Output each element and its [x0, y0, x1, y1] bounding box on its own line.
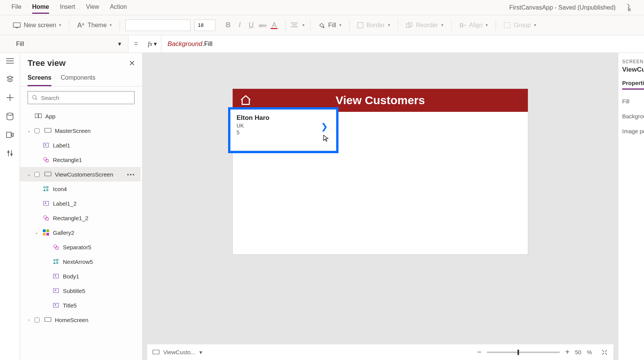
svg-rect-1 — [13, 23, 20, 27]
tree-node-label: Label1 — [53, 142, 70, 149]
menu-item-view[interactable]: View — [86, 1, 99, 14]
italic-button[interactable]: I — [234, 21, 245, 29]
tree-tabs: Screens Components — [20, 71, 142, 87]
theme-button[interactable]: Aᵃ Theme ▾ — [75, 20, 114, 31]
tree-node-nextarrow5[interactable]: NextArrow5 — [20, 254, 141, 269]
bold-button[interactable]: B — [222, 21, 234, 29]
search-input[interactable] — [41, 95, 130, 101]
border-button[interactable]: Border ▾ — [355, 20, 393, 30]
app-checker-icon[interactable] — [619, 3, 632, 12]
search-icon — [32, 95, 38, 101]
tree-node-rectangle1_2[interactable]: Rectangle1_2 — [20, 211, 141, 225]
reorder-button[interactable]: Reorder ▾ — [404, 20, 446, 30]
next-arrow-icon[interactable]: ❯ — [321, 122, 328, 132]
app-screen[interactable]: View Customers Elton Haro UK 5 ❯ — [233, 89, 528, 254]
collapse-icon[interactable]: ⌄ — [26, 172, 31, 177]
fx-button[interactable]: fx ▾ — [144, 35, 161, 52]
group-button[interactable]: Group ▾ — [501, 20, 538, 30]
new-screen-button[interactable]: New screen ▾ — [11, 20, 64, 30]
tree-node-homescreen[interactable]: ›HomeScreen — [20, 313, 141, 327]
font-name-input[interactable] — [125, 20, 191, 31]
tree-node-rectangle1[interactable]: Rectangle1 — [20, 152, 141, 167]
gallery-item-body[interactable]: 5 — [237, 129, 330, 136]
formula-token-property: .Fill — [202, 40, 212, 47]
gallery-template-selection[interactable]: Elton Haro UK 5 ❯ — [228, 107, 338, 153]
tab-components[interactable]: Components — [61, 71, 95, 86]
tree-node-viewcustomersscreen[interactable]: ⌄ViewCustomersScreen••• — [20, 167, 141, 182]
tree-node-body1[interactable]: Body1 — [20, 269, 141, 283]
tab-screens[interactable]: Screens — [28, 71, 51, 86]
iconctl-icon — [52, 259, 60, 265]
tree-node-label: Subtitle5 — [63, 288, 85, 294]
search-box[interactable] — [28, 91, 135, 104]
tools-icon[interactable] — [7, 149, 13, 157]
canvas-stage[interactable]: View Customers Elton Haro UK 5 ❯ — [143, 53, 618, 344]
prop-row-image-position[interactable]: Image posit — [622, 128, 640, 134]
properties-tabs: Properties — [622, 80, 640, 90]
tree-node-app[interactable]: App — [20, 109, 141, 123]
svg-point-29 — [44, 157, 47, 160]
chevron-down-icon: ▾ — [339, 23, 342, 28]
zoom-in-button[interactable]: + — [565, 348, 570, 357]
align-label: Align — [469, 22, 483, 29]
collapse-icon[interactable]: ⌄ — [34, 230, 39, 235]
separator — [285, 20, 286, 31]
svg-rect-38 — [43, 229, 46, 232]
svg-rect-12 — [504, 23, 510, 28]
insert-icon[interactable] — [7, 94, 13, 101]
data-icon[interactable] — [7, 113, 13, 120]
chevron-down-icon: ▾ — [199, 349, 202, 356]
prop-row-fill[interactable]: Fill — [622, 98, 640, 105]
gallery-item-subtitle[interactable]: UK — [237, 123, 330, 129]
hamburger-icon[interactable] — [6, 58, 14, 64]
prop-row-background[interactable]: Background — [622, 113, 640, 119]
home-icon[interactable] — [240, 94, 252, 106]
screen-icon — [44, 128, 52, 133]
tab-properties[interactable]: Properties — [622, 80, 644, 90]
screen-checkbox[interactable] — [34, 172, 39, 177]
tree-node-subtitle5[interactable]: Subtitle5 — [20, 283, 141, 298]
more-icon[interactable]: ••• — [127, 171, 135, 178]
formula-input[interactable]: Background.Fill — [161, 40, 644, 48]
property-selector[interactable]: Fill ▾ — [0, 35, 128, 52]
chevron-down-icon: ▾ — [110, 23, 112, 28]
menu-item-home[interactable]: Home — [32, 1, 49, 14]
screen-selector[interactable]: ViewCusto... ▾ — [153, 349, 202, 356]
strikethrough-button[interactable]: abc — [257, 21, 268, 29]
zoom-slider[interactable] — [487, 352, 560, 353]
tree-view-icon[interactable] — [6, 75, 14, 83]
screen-checkbox[interactable] — [34, 128, 39, 133]
fullscreen-icon[interactable] — [601, 349, 608, 356]
tree-node-masterscreen[interactable]: ⌄MasterScreen — [20, 123, 141, 138]
separator — [310, 20, 310, 31]
gallery-item-title[interactable]: Elton Haro — [237, 114, 330, 122]
tree-node-label1_2[interactable]: Label1_2 — [20, 196, 141, 211]
svg-point-18 — [7, 113, 13, 115]
align-button[interactable]: Align ▾ — [457, 20, 491, 30]
menu-item-insert[interactable]: Insert — [60, 1, 75, 14]
tree-node-label1[interactable]: Label1 — [20, 138, 141, 152]
tree-node-label: Icon4 — [53, 186, 67, 192]
label-icon — [42, 142, 50, 148]
expand-icon[interactable]: › — [26, 317, 31, 322]
menu-item-file[interactable]: File — [12, 1, 21, 14]
app-header-title[interactable]: View Customers — [336, 94, 425, 107]
zoom-out-button[interactable]: − — [477, 348, 482, 357]
close-icon[interactable]: ✕ — [129, 59, 135, 68]
menu-item-action[interactable]: Action — [110, 1, 127, 14]
tree-node-gallery2[interactable]: ⌄Gallery2 — [20, 225, 141, 240]
font-size-input[interactable] — [194, 20, 215, 31]
tree-node-separator5[interactable]: Separator5 — [20, 240, 141, 254]
gallery-icon — [42, 229, 50, 236]
font-color-button[interactable]: A — [268, 21, 280, 29]
tree-list: App⌄MasterScreenLabel1Rectangle1⌄ViewCus… — [20, 109, 142, 360]
svg-rect-39 — [46, 229, 49, 232]
underline-button[interactable]: U — [245, 21, 257, 29]
text-align-button[interactable] — [291, 23, 302, 28]
collapse-icon[interactable]: ⌄ — [26, 128, 31, 133]
tree-node-icon4[interactable]: Icon4 — [20, 182, 141, 196]
tree-node-title5[interactable]: Title5 — [20, 298, 141, 313]
media-icon[interactable] — [6, 132, 14, 138]
screen-checkbox[interactable] — [34, 317, 39, 322]
fill-button[interactable]: Fill ▾ — [316, 20, 343, 30]
